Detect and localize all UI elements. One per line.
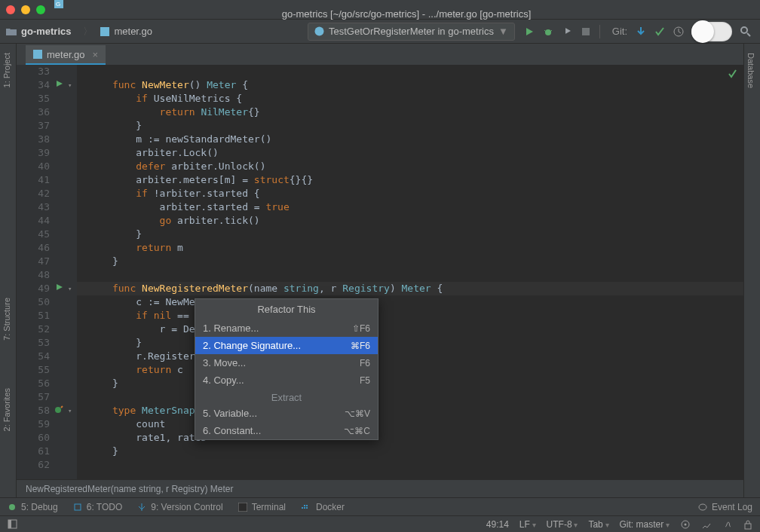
code-line[interactable]: defer arbiter.Unlock(): [77, 160, 743, 173]
tool-todo[interactable]: 6: TODO: [73, 502, 123, 512]
code-line[interactable]: return c: [77, 363, 743, 377]
popup-item-shortcut: F5: [360, 375, 370, 386]
settings-icon[interactable]: [722, 519, 733, 530]
refactor-extract-item-1[interactable]: 6. Constant...⌥⌘C: [195, 422, 378, 439]
code-line[interactable]: rate1, rate5: [77, 431, 743, 445]
svg-point-4: [545, 29, 551, 35]
icon-gutter: ▾▾▾: [54, 65, 77, 479]
git-history-button[interactable]: [673, 26, 684, 37]
svg-point-9: [741, 27, 747, 33]
code-line[interactable]: func NewRegisteredMeter(name string, r R…: [77, 282, 743, 295]
popup-item-shortcut: ⇧F6: [352, 323, 370, 334]
code-line[interactable]: if UseNilMetrics {: [77, 92, 743, 105]
close-window-icon[interactable]: [6, 5, 15, 14]
run-gutter-icon[interactable]: ▾: [54, 78, 77, 92]
svg-rect-15: [238, 503, 247, 512]
code-line[interactable]: }: [77, 119, 743, 133]
tool-project[interactable]: 1: Project: [0, 47, 14, 93]
tool-docker[interactable]: Docker: [301, 502, 345, 512]
tool-terminal[interactable]: Terminal: [238, 502, 286, 512]
svg-text:G: G: [56, 1, 60, 8]
code-line[interactable]: [77, 390, 743, 404]
code-line[interactable]: }: [77, 377, 743, 390]
run-gutter-icon[interactable]: ▾: [54, 282, 77, 295]
code-line[interactable]: m := newStandardMeter(): [77, 133, 743, 146]
search-everywhere-button[interactable]: [740, 26, 751, 37]
event-log[interactable]: Event Log: [698, 502, 752, 512]
code-line[interactable]: r = Defa: [77, 323, 743, 336]
code-line[interactable]: return m: [77, 241, 743, 255]
implements-gutter-icon[interactable]: ▾: [54, 404, 77, 417]
refactor-item-2[interactable]: 3. Move...F6: [195, 354, 378, 371]
code-line[interactable]: return NilMeter{}: [77, 105, 743, 119]
code-line[interactable]: [77, 268, 743, 282]
svg-point-12: [55, 407, 61, 413]
refactor-extract-item-0[interactable]: 5. Variable...⌥⌘V: [195, 405, 378, 422]
code-line[interactable]: }: [77, 445, 743, 458]
refactor-item-3[interactable]: 4. Copy...F5: [195, 371, 378, 389]
presentation-toggle[interactable]: [691, 22, 732, 41]
code-line[interactable]: if nil == r: [77, 309, 743, 323]
code-editor[interactable]: 33 34 35 36 37 38 39 40 41 42 43 44 45 4…: [17, 65, 743, 479]
breadcrumbs-text: NewRegisteredMeter(name string, r Regist…: [26, 484, 233, 494]
code-line[interactable]: }: [77, 228, 743, 241]
tool-favorites[interactable]: 2: Favorites: [0, 382, 14, 437]
debug-button[interactable]: [543, 26, 554, 37]
code-line[interactable]: go arbiter.tick(): [77, 214, 743, 228]
breadcrumb-project-label: go-metrics: [21, 26, 71, 37]
refactor-item-0[interactable]: 1. Rename...⇧F6: [195, 320, 378, 337]
breadcrumb-project[interactable]: go-metrics: [6, 26, 71, 37]
svg-rect-18: [8, 520, 11, 528]
breadcrumb-file[interactable]: meter.go: [100, 26, 152, 37]
tool-structure[interactable]: 7: Structure: [0, 292, 14, 347]
run-configuration-selector[interactable]: TestGetOrRegisterMeter in go-metrics ▼: [308, 23, 515, 41]
minimize-window-icon[interactable]: [21, 5, 30, 14]
tool-vcs[interactable]: 9: Version Control: [137, 502, 222, 512]
code-line[interactable]: r.Register(n: [77, 350, 743, 363]
code-line[interactable]: [77, 65, 743, 78]
code-line[interactable]: func NewMeter() Meter {: [77, 78, 743, 92]
code-area[interactable]: func NewMeter() Meter { if UseNilMetrics…: [77, 65, 743, 479]
code-line[interactable]: type MeterSnapsh: [77, 404, 743, 417]
breadcrumb-separator-icon: 〉: [83, 25, 93, 38]
tool-debug[interactable]: 5: Debug: [8, 502, 58, 512]
code-line[interactable]: c := NewMete: [77, 295, 743, 309]
caret-position[interactable]: 49:14: [486, 519, 509, 530]
stop-button[interactable]: [581, 26, 592, 37]
inspection-profile-icon[interactable]: [680, 519, 691, 530]
editor-breadcrumbs[interactable]: NewRegisteredMeter(name string, r Regist…: [17, 479, 743, 497]
coverage-button[interactable]: [562, 26, 573, 37]
left-tool-rail: 1: Project 7: Structure 2: Favorites: [0, 44, 17, 497]
inspection-ok-icon: [728, 69, 737, 78]
go-file-icon: [100, 27, 109, 36]
editor-tab-meter[interactable]: meter.go ×: [26, 45, 106, 65]
right-tool-rail: Database: [743, 44, 760, 497]
tool-windows-toggle-icon[interactable]: [8, 519, 17, 529]
run-button[interactable]: [524, 26, 535, 37]
popup-title: Refactor This: [195, 299, 378, 320]
code-line[interactable]: arbiter.meters[m] = struct{}{}: [77, 173, 743, 187]
lock-icon[interactable]: [743, 519, 752, 530]
tool-database[interactable]: Database: [744, 47, 758, 94]
git-update-button[interactable]: [635, 26, 646, 37]
code-line[interactable]: arbiter.started = true: [77, 200, 743, 214]
memory-indicator-icon[interactable]: [701, 519, 712, 530]
code-line[interactable]: }: [77, 255, 743, 268]
close-tab-icon[interactable]: ×: [93, 49, 99, 60]
code-line[interactable]: [77, 458, 743, 472]
svg-line-10: [747, 33, 750, 36]
code-line[interactable]: }: [77, 336, 743, 350]
code-line[interactable]: if !arbiter.started {: [77, 187, 743, 200]
git-commit-button[interactable]: [654, 26, 665, 37]
line-separator[interactable]: LF: [519, 519, 536, 530]
refactor-item-1[interactable]: 2. Change Signature...⌘F6: [195, 337, 378, 354]
file-encoding[interactable]: UTF-8: [547, 519, 578, 530]
navbar: go-metrics 〉 meter.go TestGetOrRegisterM…: [0, 20, 760, 44]
git-branch[interactable]: Git: master: [620, 519, 670, 530]
code-line[interactable]: count: [77, 417, 743, 431]
zoom-window-icon[interactable]: [36, 5, 45, 14]
popup-item-label: 2. Change Signature...: [203, 340, 351, 351]
status-bar: 49:14 LF UTF-8 Tab Git: master: [0, 515, 760, 532]
code-line[interactable]: arbiter.Lock(): [77, 146, 743, 160]
indent-style[interactable]: Tab: [588, 519, 608, 530]
